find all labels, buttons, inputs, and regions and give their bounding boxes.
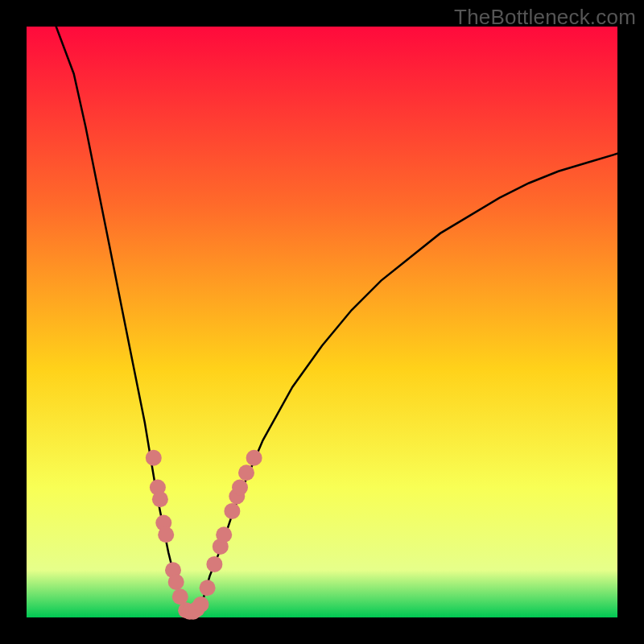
- data-marker: [238, 464, 254, 481]
- data-marker: [206, 556, 222, 572]
- data-marker: [168, 574, 184, 590]
- data-marker: [224, 503, 240, 519]
- data-marker: [246, 450, 262, 466]
- data-marker: [158, 526, 174, 543]
- data-marker: [216, 526, 232, 543]
- data-marker: [200, 580, 216, 596]
- data-marker: [232, 480, 248, 496]
- watermark-text: TheBottleneck.com: [454, 5, 636, 30]
- data-marker: [146, 450, 162, 466]
- data-marker: [193, 597, 209, 613]
- plot-background: [27, 27, 617, 617]
- bottleneck-chart: [0, 0, 644, 644]
- data-marker: [152, 491, 168, 507]
- chart-frame: TheBottleneck.com: [0, 0, 644, 644]
